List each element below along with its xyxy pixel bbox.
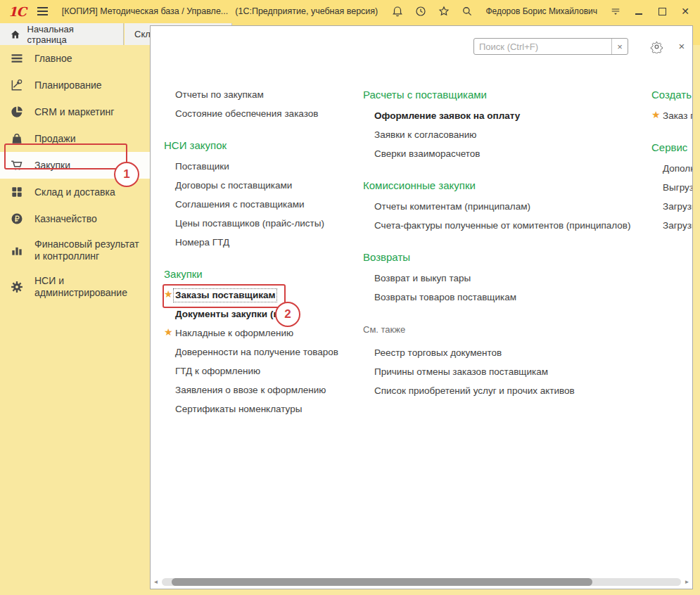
planning-chart-icon — [10, 78, 24, 92]
1c-logo: 1С — [8, 4, 26, 19]
main-menu-icon[interactable] — [37, 7, 48, 15]
sidebar-item-label: Финансовый результат и контроллинг — [34, 238, 150, 262]
panel-close-button[interactable]: × — [673, 37, 691, 55]
section-header-service: Сервис — [651, 141, 693, 155]
menu-link-suppliers[interactable]: Поставщики — [164, 157, 359, 176]
sidebar-item-label: Продажи — [34, 133, 150, 145]
menu-link-import-applications[interactable]: Заявления о ввозе к оформлению — [164, 380, 359, 399]
sidebar-item-label: Склад и доставка — [34, 186, 150, 198]
service-menu-icon[interactable] — [609, 5, 622, 18]
sidebar-item-label: Планирование — [34, 79, 150, 91]
sidebar-item-label: CRM и маркетинг — [34, 106, 150, 118]
menu-link-consignor-reports[interactable]: Отчеты комитентам (принципалам) — [363, 197, 666, 216]
purchases-section-menu-panel: × × Отчеты по закупкам Состояние обеспеч… — [150, 25, 693, 589]
favorite-star-icon: ★ — [164, 327, 173, 337]
menu-column-3: Создать ★Заказ п Сервис Дополни Выгрузк … — [651, 82, 693, 235]
bar-chart-icon — [10, 243, 24, 257]
favorite-star-icon: ★ — [651, 110, 661, 120]
menu-column-1: Отчеты по закупкам Состояние обеспечения… — [164, 82, 359, 418]
scroll-left-arrow[interactable]: ◄ — [152, 579, 160, 585]
app-edition-label: (1С:Предприятие, учебная версия) — [235, 6, 378, 16]
notifications-bell-icon[interactable] — [391, 5, 404, 18]
scrollbar-thumb[interactable] — [172, 578, 592, 586]
grid-icon — [10, 185, 24, 199]
menu-link-supplier-contracts[interactable]: Договоры с поставщиками — [164, 176, 359, 195]
section-header-create: Создать — [651, 88, 693, 102]
menu-link-returns-to-suppliers[interactable]: Возвраты товаров поставщикам — [363, 288, 666, 307]
menu-link-settlement-reconciliations[interactable]: Сверки взаиморасчетов — [363, 144, 666, 163]
menu-link-supplier-prices[interactable]: Цены поставщиков (прайс-листы) — [164, 214, 359, 233]
search-box: × — [473, 38, 628, 55]
tab-home-page[interactable]: Начальная страница — [0, 23, 124, 45]
menu-link-purchase-documents[interactable]: Документы закупки (все) — [164, 305, 359, 324]
scrollbar-track[interactable] — [162, 578, 681, 586]
menu-link-invoices-to-register[interactable]: ★Накладные к оформлению — [164, 324, 359, 343]
menu-link-order-cancel-reasons[interactable]: Причины отмены заказов поставщикам — [363, 362, 666, 381]
section-header-supplier-settlements: Расчеты с поставщиками — [363, 88, 666, 102]
menu-link-trade-documents-registry[interactable]: Реестр торговых документов — [363, 343, 666, 362]
section-header-purchases: Закупки — [164, 267, 359, 281]
section-header-returns: Возвраты — [363, 250, 666, 264]
sidebar-item-finance-controlling[interactable]: Финансовый результат и контроллинг — [0, 232, 150, 269]
gear-icon — [10, 280, 24, 294]
sidebar-item-main[interactable]: Главное — [0, 45, 150, 72]
sidebar-item-label: Главное — [34, 53, 150, 65]
sidebar-item-label: Казначейство — [34, 213, 150, 225]
menu-link-approval-requests[interactable]: Заявки к согласованию — [363, 125, 666, 144]
maximize-button[interactable] — [656, 5, 668, 18]
sidebar-item-crm-marketing[interactable]: CRM и маркетинг — [0, 98, 150, 125]
menu-link-payment-requests[interactable]: Оформление заявок на оплату — [363, 106, 666, 125]
sidebar-item-planning[interactable]: Планирование — [0, 72, 150, 98]
sidebar-item-label: НСИ и администрирование — [34, 275, 150, 299]
menu-link-import-item-2[interactable]: Загрузк — [651, 216, 693, 235]
menu-link-order-supply-status[interactable]: Состояние обеспечения заказов — [164, 104, 359, 123]
history-icon[interactable] — [414, 5, 427, 18]
favorite-star-icon: ★ — [164, 289, 173, 299]
current-user[interactable]: Федоров Борис Михайлович — [485, 6, 597, 16]
window-title: [КОПИЯ] Методическая база / Управле... — [62, 6, 228, 16]
sections-sidebar: Главное Планирование CRM и маркетинг Про… — [0, 45, 150, 595]
menu-link-nomenclature-certificates[interactable]: Сертификаты номенклатуры — [164, 399, 359, 418]
menu-link-powers-of-attorney[interactable]: Доверенности на получение товаров — [164, 343, 359, 362]
section-header-see-also: См. также — [363, 324, 666, 336]
menu-link-orders-to-suppliers[interactable]: ★Заказы поставщикам — [164, 286, 359, 305]
menu-lines-icon — [10, 51, 24, 65]
horizontal-scrollbar: ◄ ► — [152, 577, 691, 587]
panel-settings-gear-icon[interactable] — [647, 37, 666, 56]
pie-chart-icon — [10, 105, 24, 119]
minimize-button[interactable] — [632, 5, 645, 18]
menu-link-services-purchases-list[interactable]: Список приобретений услуг и прочих актив… — [363, 381, 666, 400]
close-window-button[interactable]: ✕ — [679, 5, 692, 18]
scroll-right-arrow[interactable]: ► — [683, 579, 691, 585]
titlebar: 1С [КОПИЯ] Методическая база / Управле..… — [0, 0, 700, 23]
section-header-commission-purchases: Комиссионные закупки — [363, 179, 666, 193]
sidebar-item-treasury[interactable]: Казначейство — [0, 205, 150, 232]
clear-search-button[interactable]: × — [611, 39, 628, 54]
menu-link-consignor-invoices[interactable]: Счета-фактуры полученные от комитентов (… — [363, 216, 666, 235]
home-icon — [10, 29, 21, 40]
ruble-coin-icon — [10, 212, 24, 226]
menu-column-2: Расчеты с поставщиками Оформление заявок… — [363, 82, 666, 400]
sidebar-item-nsi-administration[interactable]: НСИ и администрирование — [0, 269, 150, 305]
menu-link-import-item-1[interactable]: Загрузи — [651, 197, 693, 216]
menu-link-additional-processings[interactable]: Дополни — [651, 159, 693, 178]
search-input[interactable] — [474, 39, 611, 54]
menu-link-gtd-numbers[interactable]: Номера ГТД — [164, 233, 359, 252]
menu-link-export-item[interactable]: Выгрузк — [651, 178, 693, 197]
shopping-bag-icon — [10, 132, 24, 146]
favorites-star-icon[interactable] — [438, 5, 450, 18]
menu-link-gtd-to-register[interactable]: ГТД к оформлению — [164, 362, 359, 380]
menu-link-purchase-reports[interactable]: Отчеты по закупкам — [164, 85, 359, 104]
section-header-nsi: НСИ закупок — [164, 139, 359, 153]
menu-link-supplier-agreements[interactable]: Соглашения с поставщиками — [164, 195, 359, 214]
shopping-cart-icon — [10, 158, 24, 172]
tab-label: Начальная страница — [27, 24, 113, 45]
global-search-icon[interactable] — [461, 5, 473, 18]
menu-link-create-supplier-order[interactable]: ★Заказ п — [651, 106, 693, 125]
sidebar-item-sales[interactable]: Продажи — [0, 125, 150, 152]
annotation-badge-step2: 2 — [275, 302, 300, 327]
menu-link-tare-return[interactable]: Возврат и выкуп тары — [363, 269, 666, 288]
annotation-badge-step1: 1 — [114, 162, 139, 187]
